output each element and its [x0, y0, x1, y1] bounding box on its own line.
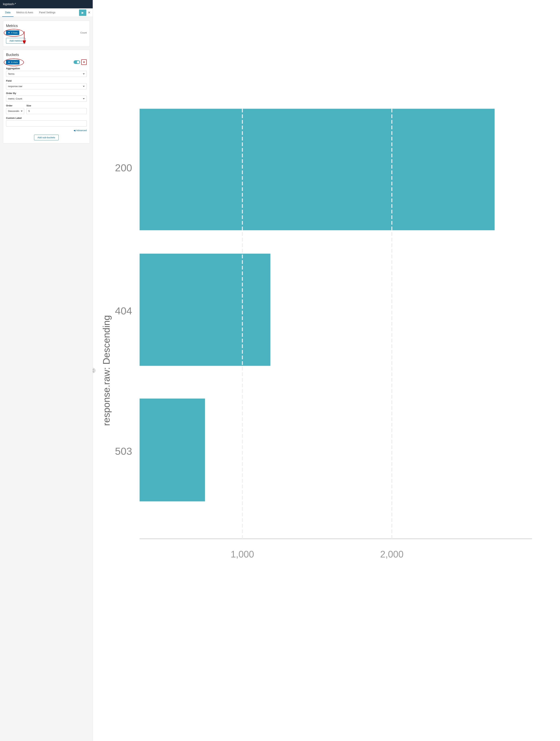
delete-bucket-button[interactable]: ✕ [81, 59, 87, 65]
field-select[interactable]: response.raw @timestamp host status [6, 83, 87, 89]
order-by-group: Order By metric: Count Custom Metric Alp… [6, 92, 87, 102]
size-label: Size [26, 104, 87, 107]
y-axis-label: Y-Axis [11, 31, 17, 34]
bar-503 [140, 399, 205, 501]
buckets-section: Buckets ▼ X-Axis ✕ Ag [3, 50, 90, 143]
x-tick-2000: 2,000 [380, 549, 403, 559]
field-label: Field [6, 79, 87, 82]
advanced-text: Advanced [76, 129, 87, 132]
left-panel: logstash-* Data Metrics & Axes Panel Set… [0, 0, 93, 741]
metrics-title: Metrics [6, 24, 87, 28]
bar-404 [140, 254, 270, 366]
custom-label-label: Custom Label [6, 117, 87, 119]
index-title: logstash-* [3, 3, 16, 6]
custom-label-input[interactable] [6, 121, 87, 127]
tab-metrics-axes[interactable]: Metrics & Axes [13, 8, 36, 17]
tick-404: 404 [115, 305, 132, 317]
add-metrics-wrapper: Add metrics [6, 37, 87, 44]
metric-row: ▼ Y-Axis Count [6, 30, 87, 35]
order-size-row: Order Descendin Ascending Size 5 [6, 104, 87, 114]
chart-svg: response.raw: Descending 200 404 503 1,0… [93, 0, 560, 741]
aggregation-label: Aggregation [6, 67, 87, 70]
bar-200 [140, 109, 495, 230]
toggle-switch[interactable] [74, 60, 80, 64]
close-button[interactable]: ✕ [88, 11, 90, 15]
right-panel: ❮ response.raw: Descending 200 404 503 1… [93, 0, 560, 741]
x-axis-button[interactable]: ▼ X-Axis [6, 60, 19, 65]
y-axis-button[interactable]: ▼ Y-Axis [6, 30, 19, 35]
y-axis-label: response.raw: Descending [101, 315, 112, 426]
order-by-label: Order By [6, 92, 87, 94]
count-label: Count [80, 31, 87, 34]
x-axis-label: X-Axis [11, 61, 18, 64]
order-by-select[interactable]: metric: Count Custom Metric Alphabetical [6, 96, 87, 102]
bucket-controls: ▼ X-Axis ✕ [6, 59, 87, 65]
size-input[interactable]: 5 [26, 108, 87, 114]
aggregation-select[interactable]: Terms Filters Histogram Date Histogram [6, 71, 87, 77]
buckets-title: Buckets [6, 53, 87, 57]
panel-body: Metrics ▼ Y-Axis Count [0, 17, 93, 741]
order-group: Order Descendin Ascending [6, 104, 24, 114]
tab-data[interactable]: Data [2, 8, 13, 17]
field-group: Field response.raw @timestamp host statu… [6, 79, 87, 89]
custom-label-group: Custom Label [6, 117, 87, 127]
tick-503: 503 [115, 446, 132, 457]
chart-container: response.raw: Descending 200 404 503 1,0… [93, 0, 560, 741]
x-tick-1000: 1,000 [231, 549, 254, 559]
order-label: Order [6, 104, 24, 107]
toggle-slider [74, 60, 80, 64]
tab-panel-settings[interactable]: Panel Settings [36, 8, 58, 17]
advanced-link[interactable]: ◀ Advanced [6, 129, 87, 132]
add-metrics-button[interactable]: Add metrics [6, 38, 25, 44]
play-button[interactable]: ▶ [79, 9, 86, 16]
tab-bar: Data Metrics & Axes Panel Settings ▶ ✕ [0, 8, 93, 17]
add-sub-buckets-wrapper: Add sub-buckets [6, 134, 87, 140]
aggregation-group: Aggregation Terms Filters Histogram Date… [6, 67, 87, 77]
add-sub-buckets-button[interactable]: Add sub-buckets [34, 135, 59, 140]
order-select[interactable]: Descendin Ascending [6, 108, 24, 114]
size-group: Size 5 [26, 104, 87, 114]
tick-200: 200 [115, 162, 132, 174]
metrics-section: Metrics ▼ Y-Axis Count [3, 20, 90, 47]
title-bar: logstash-* [0, 0, 93, 8]
